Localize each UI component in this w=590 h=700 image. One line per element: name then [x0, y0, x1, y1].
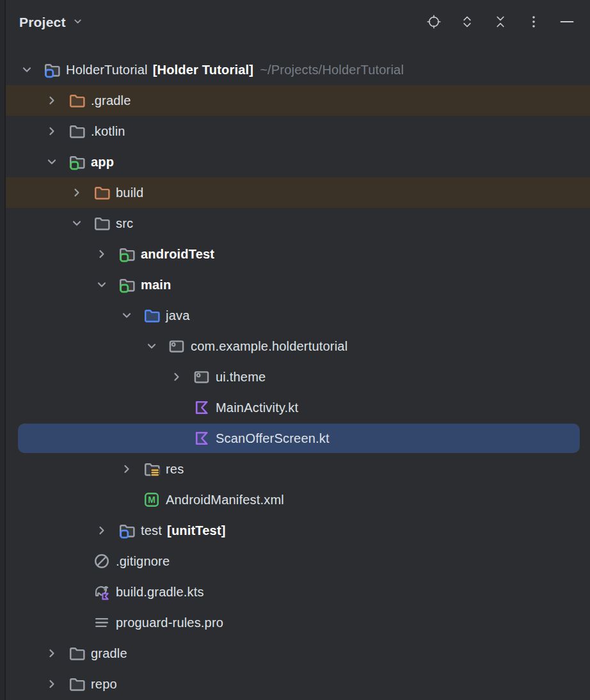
chevron-right-icon[interactable] [60, 177, 93, 208]
item-label: MainActivity.kt [216, 401, 298, 415]
panel-title: Project [19, 15, 66, 30]
project-tree: HolderTutorial[Holder Tutorial]~/Project… [0, 54, 590, 699]
tree-item-gradle[interactable]: gradle [0, 638, 590, 669]
chevron-right-icon[interactable] [35, 638, 68, 669]
tree-item-scanofferscreen-kt[interactable]: ScanOfferScreen.kt [0, 423, 590, 454]
collapse-all-button[interactable] [492, 14, 509, 31]
panel-toolbar [426, 9, 584, 36]
chevron-down-icon[interactable] [60, 208, 93, 239]
chevron-spacer [160, 392, 193, 423]
chevron-right-icon[interactable] [35, 85, 68, 116]
folder-resources-icon [143, 461, 160, 477]
folder-excluded-icon [93, 184, 110, 201]
package-icon [168, 338, 185, 354]
item-label: app [91, 155, 114, 170]
item-label: java [166, 308, 190, 323]
folder-icon [68, 676, 85, 692]
folder-module-blue-icon [44, 61, 60, 78]
tree-item-res[interactable]: res [0, 454, 590, 484]
kotlin-file-icon [193, 399, 210, 416]
tree-item-ui-theme[interactable]: ui.theme [0, 362, 590, 392]
tree-item-holdertutorial[interactable]: HolderTutorial[Holder Tutorial]~/Project… [0, 54, 590, 85]
chevron-down-icon[interactable] [35, 147, 68, 177]
item-label: ui.theme [216, 370, 266, 385]
text-file-icon [93, 614, 110, 631]
tree-item-build-gradle-kts[interactable]: build.gradle.kts [0, 577, 590, 607]
chevron-right-icon[interactable] [85, 239, 118, 269]
project-view-selector[interactable]: Project [19, 9, 83, 36]
tree-item-gitignore[interactable]: .gitignore [0, 546, 590, 577]
folder-icon [68, 123, 85, 139]
tree-item-java[interactable]: java [0, 300, 590, 331]
item-label: .kotlin [91, 124, 125, 139]
project-tool-window: Project HolderTutorial[Holder Tutorial]~… [0, 0, 590, 699]
item-label: AndroidManifest.xml [166, 493, 284, 507]
chevron-down-icon [72, 16, 83, 29]
more-options-icon [525, 13, 542, 32]
item-label: ScanOfferScreen.kt [216, 431, 330, 446]
more-options-button[interactable] [525, 14, 542, 31]
expand-all-button[interactable] [459, 14, 475, 31]
item-qualifier: [unitTest] [167, 523, 226, 538]
tree-item-app[interactable]: app [0, 147, 590, 177]
tree-item-proguard-rules-pro[interactable]: proguard-rules.pro [0, 607, 590, 638]
tree-item-mainactivity-kt[interactable]: MainActivity.kt [0, 392, 590, 423]
chevron-down-icon[interactable] [110, 300, 143, 331]
chevron-right-icon[interactable] [160, 362, 193, 392]
folder-source-icon [143, 307, 160, 324]
chevron-down-icon[interactable] [10, 54, 44, 85]
chevron-spacer [60, 577, 93, 607]
chevron-right-icon[interactable] [35, 669, 68, 699]
chevron-spacer [60, 546, 93, 577]
hide-panel-button[interactable] [559, 14, 575, 31]
collapse-all-icon [492, 13, 509, 32]
tree-item-repo[interactable]: repo [0, 669, 590, 699]
folder-module-green-icon [118, 276, 135, 293]
tree-item-kotlin[interactable]: .kotlin [0, 116, 590, 147]
chevron-right-icon[interactable] [85, 515, 118, 546]
item-qualifier: [Holder Tutorial] [153, 63, 253, 77]
folder-icon [68, 645, 85, 662]
item-label: androidTest [141, 247, 214, 262]
tree-item-main[interactable]: main [0, 269, 590, 300]
chevron-down-icon[interactable] [135, 331, 168, 362]
tree-item-com-example-holdertutorial[interactable]: com.example.holdertutorial [0, 331, 590, 362]
item-label: build [116, 186, 143, 200]
expand-all-icon [459, 13, 475, 32]
gradle-file-icon [93, 584, 110, 600]
item-label: gradle [91, 646, 127, 661]
manifest-file-icon: M [143, 491, 160, 508]
panel-header: Project [0, 0, 590, 54]
tree-item-gradle[interactable]: .gradle [0, 85, 590, 116]
package-icon [193, 369, 210, 385]
tree-item-src[interactable]: src [0, 208, 590, 239]
folder-icon [93, 215, 110, 232]
item-label: res [166, 462, 184, 477]
select-opened-file-button[interactable] [426, 14, 442, 31]
item-label: main [141, 278, 171, 292]
tree-item-androidmanifest-xml[interactable]: MAndroidManifest.xml [0, 484, 590, 515]
chevron-right-icon[interactable] [110, 454, 143, 484]
item-label: proguard-rules.pro [116, 616, 223, 630]
chevron-right-icon[interactable] [35, 116, 68, 147]
chevron-spacer [60, 607, 93, 638]
item-label: src [116, 216, 133, 231]
svg-text:M: M [148, 495, 155, 505]
item-label: .gitignore [116, 554, 170, 569]
item-label: repo [91, 677, 117, 692]
tree-item-build[interactable]: build [0, 177, 590, 208]
item-label: HolderTutorial [66, 63, 148, 77]
select-opened-file-icon [426, 13, 442, 32]
item-label: .gradle [91, 93, 131, 108]
tree-item-androidtest[interactable]: androidTest [0, 239, 590, 269]
chevron-down-icon[interactable] [85, 269, 118, 300]
ignored-file-icon [93, 553, 110, 569]
panel-left-edge [0, 0, 6, 700]
chevron-spacer [160, 423, 193, 454]
item-label: test [141, 523, 162, 538]
folder-module-green-icon [118, 246, 135, 262]
item-label: com.example.holdertutorial [191, 339, 347, 354]
tree-item-test[interactable]: test[unitTest] [0, 515, 590, 546]
item-label: build.gradle.kts [116, 585, 204, 600]
item-path: ~/Projects/HolderTutorial [260, 63, 404, 77]
